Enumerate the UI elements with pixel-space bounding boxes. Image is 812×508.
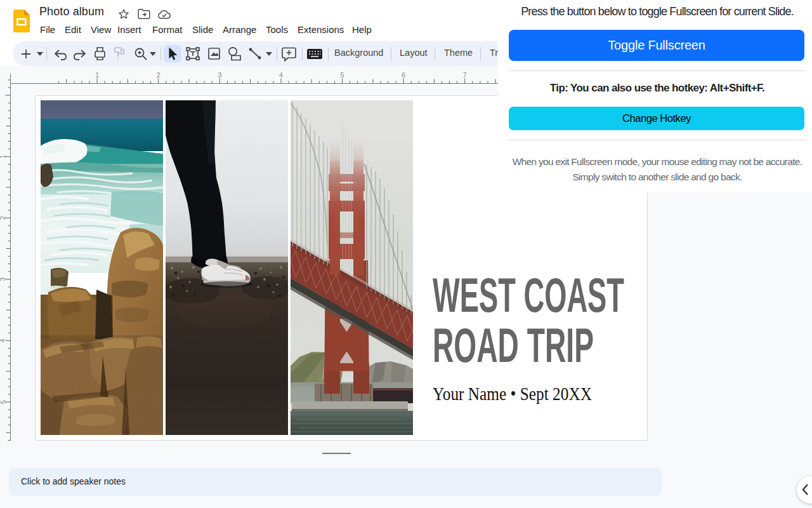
svg-text:1: 1 (0, 155, 7, 159)
svg-text:Your Name • Sept 20XX: Your Name • Sept 20XX (433, 384, 592, 404)
svg-text:4: 4 (279, 71, 283, 79)
svg-text:3: 3 (218, 71, 221, 79)
svg-text:1: 1 (95, 71, 99, 79)
svg-text:2: 2 (0, 216, 7, 220)
svg-text:WEST COAST: WEST COAST (433, 268, 624, 322)
svg-text:6: 6 (402, 71, 405, 79)
svg-text:ROAD TRIP: ROAD TRIP (433, 318, 594, 372)
svg-text:2: 2 (157, 71, 160, 79)
svg-text:5: 5 (341, 71, 344, 79)
svg-text:4: 4 (0, 338, 7, 342)
svg-text:3: 3 (0, 277, 7, 281)
svg-text:7: 7 (463, 71, 467, 79)
svg-text:5: 5 (0, 400, 7, 404)
